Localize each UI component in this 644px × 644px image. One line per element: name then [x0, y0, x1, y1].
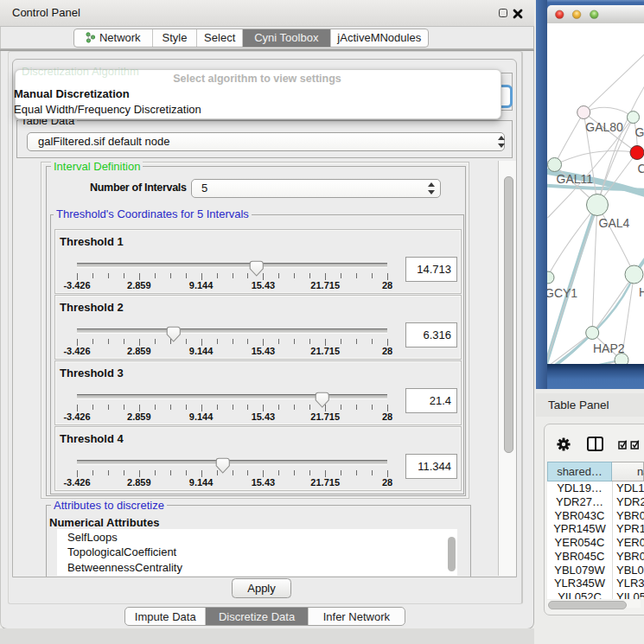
svg-text:HI: HI	[639, 285, 644, 299]
svg-text:GAL4: GAL4	[598, 216, 629, 230]
svg-text:GAL3: GAL3	[634, 125, 644, 139]
svg-text:GAL11: GAL11	[556, 172, 593, 186]
svg-text:CY: CY	[637, 162, 644, 175]
svg-text:HAP2: HAP2	[593, 341, 625, 355]
svg-text:GCY1: GCY1	[547, 286, 577, 300]
svg-text:GAL80: GAL80	[585, 120, 623, 134]
